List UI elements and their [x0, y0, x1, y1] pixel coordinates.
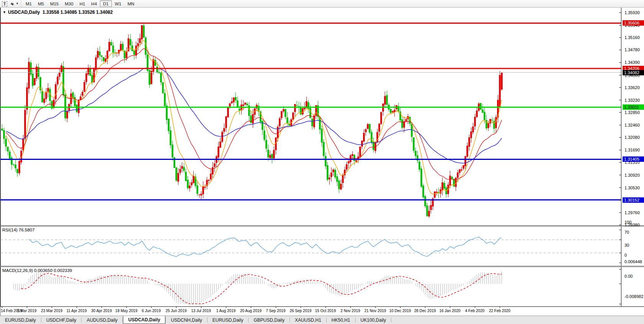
tab-separator: [391, 317, 391, 322]
date-label: 11 Apr 2019: [66, 309, 87, 313]
date-tick: [101, 307, 102, 308]
date-label: 28 Dec 2019: [414, 309, 436, 313]
date-axis[interactable]: 14 Feb 20195 Mar 201923 Mar 201911 Apr 2…: [0, 306, 644, 316]
rsi-indicator-pane[interactable]: RSI(14) 76.5807: [0, 226, 622, 266]
timeframe-button-m1[interactable]: M1: [23, 0, 35, 7]
date-tick: [2, 307, 2, 308]
macd-tick-label: 0.00: [624, 274, 633, 278]
date-label: 30 Apr 2019: [91, 309, 112, 313]
price-level-label: 1.35606: [623, 20, 644, 26]
text-tool-icon: T: [2, 1, 7, 7]
chart-symbol-period: USDCAD,Daily: [8, 10, 40, 15]
date-label: 25 Jun 2019: [165, 309, 186, 313]
price-level-label: 1.31405: [623, 156, 644, 162]
main-price-pane[interactable]: ▼USDCAD,Daily 1.33558 1.34085 1.33526 1.…: [0, 8, 622, 225]
date-label: 6 Jun 2019: [142, 309, 161, 313]
date-tick: [52, 307, 52, 308]
chart-tab-audusd[interactable]: AUDUSD,Daily: [82, 316, 123, 324]
top-toolbar: T ▼ M1M5M15M30H1H4D1W1MN: [0, 0, 644, 8]
timeframe-button-m5[interactable]: M5: [35, 0, 47, 7]
chart-tab-eurusd[interactable]: EURUSD,Daily: [0, 316, 41, 324]
timeframe-button-h4[interactable]: H4: [88, 0, 100, 7]
date-tick: [350, 307, 351, 308]
date-tick: [27, 307, 27, 308]
date-label: 16 Jan 2020: [439, 309, 460, 313]
date-tick: [450, 307, 450, 308]
arrows-tool-icon: [10, 1, 15, 7]
date-tick: [176, 307, 177, 308]
price-tick-label: 1.32850: [624, 110, 640, 115]
date-label: 22 Feb 2020: [489, 309, 510, 313]
price-tick-label: 1.35930: [624, 10, 640, 15]
macd-tick-label: 0.006448: [624, 259, 642, 264]
date-tick: [475, 307, 475, 308]
date-tick: [226, 307, 226, 308]
arrows-tool-button[interactable]: ▼: [10, 0, 19, 7]
rsi-tick-label: 0: [624, 253, 627, 257]
date-label: 13 Jul 2019: [191, 309, 211, 313]
rsi-label: RSI(14) 76.5807: [2, 228, 34, 232]
price-axis[interactable]: 1.359301.355401.351601.347801.343901.340…: [622, 8, 644, 323]
date-label: 21 Nov 2019: [364, 309, 386, 313]
date-tick: [201, 307, 201, 308]
date-tick: [126, 307, 127, 308]
price-tick-label: 1.33620: [624, 85, 640, 90]
date-label: 5 Mar 2019: [17, 309, 37, 313]
timeframe-button-m30[interactable]: M30: [62, 0, 76, 7]
macd-label: MACD(12,26,9) 0.003650 0.002339: [2, 268, 72, 273]
date-label: 2 Nov 2019: [340, 309, 360, 313]
chart-tab-usdchf[interactable]: USDCHF,Daily: [41, 316, 82, 324]
date-tick: [375, 307, 376, 308]
price-tick-label: 1.35160: [624, 35, 640, 40]
chart-tab-xauusd[interactable]: XAUUSD,H1: [290, 316, 326, 324]
date-tick: [301, 307, 301, 308]
toolbar-separator: [20, 1, 21, 7]
price-level-label: 1.34082: [623, 70, 644, 75]
chart-tab-eurusd[interactable]: EURUSD,Daily: [208, 316, 248, 324]
date-tick: [276, 307, 276, 308]
chart-tab-bar: EURUSD,DailyUSDCHF,DailyAUDUSD,DailyUSDC…: [0, 316, 644, 324]
price-tick-label: 1.32460: [624, 123, 640, 127]
date-label: 20 Aug 2019: [240, 309, 262, 313]
chart-title: ▼USDCAD,Daily 1.33558 1.34085 1.33526 1.…: [3, 10, 113, 15]
macd-tick-label: -0.008982: [624, 294, 644, 299]
timeframe-button-d1[interactable]: D1: [100, 0, 112, 7]
price-tick-label: 1.34780: [624, 47, 640, 52]
price-level-label: 1.33011: [623, 104, 644, 110]
timeframe-button-mn[interactable]: MN: [124, 0, 137, 7]
date-label: 15 Oct 2019: [315, 309, 336, 313]
chart-tab-usdcad[interactable]: USDCAD,Daily: [123, 316, 165, 324]
collapse-icon[interactable]: ▼: [3, 10, 6, 14]
date-label: 18 May 2019: [115, 309, 137, 313]
price-tick-label: 1.31690: [624, 148, 640, 152]
date-tick: [251, 307, 251, 308]
timeframe-button-h1[interactable]: H1: [77, 0, 88, 7]
chart-window: ▼USDCAD,Daily 1.33558 1.34085 1.33526 1.…: [0, 8, 644, 316]
timeframe-button-m15[interactable]: M15: [47, 0, 62, 7]
chart-tab-uk100[interactable]: UK100,Daily: [356, 316, 391, 324]
date-tick: [325, 307, 326, 308]
price-tick-label: 1.34390: [624, 60, 640, 65]
date-label: 10 Dec 2019: [389, 309, 411, 313]
timeframe-button-w1[interactable]: W1: [112, 0, 124, 7]
price-tick-label: 1.33230: [624, 98, 640, 103]
chart-tab-hk50[interactable]: HK50,H1: [327, 316, 355, 324]
date-label: 7 Sep 2019: [266, 309, 285, 313]
price-tick-label: 1.30920: [624, 173, 640, 177]
date-tick: [77, 307, 77, 308]
date-tick: [151, 307, 152, 308]
price-tick-label: 1.32080: [624, 135, 640, 140]
chart-tab-usdcnh[interactable]: USDCNH,Daily: [166, 316, 207, 324]
dropdown-caret-icon: ▼: [16, 2, 19, 5]
text-tool-button[interactable]: T: [0, 0, 9, 7]
date-tick: [425, 307, 425, 308]
price-tick-label: 1.29760: [624, 210, 640, 215]
chart-ohlc-values: 1.33558 1.34085 1.33526 1.34082: [42, 10, 113, 15]
macd-indicator-pane[interactable]: MACD(12,26,9) 0.003650 0.002339: [0, 267, 622, 306]
price-tick-label: 1.30530: [624, 186, 640, 190]
price-level-label: 1.30152: [623, 197, 644, 203]
chart-tab-gbpusd[interactable]: GBPUSD,Daily: [248, 316, 289, 324]
date-tick: [500, 307, 500, 308]
date-label: 4 Feb 2020: [465, 309, 485, 313]
date-label: 23 Mar 2019: [41, 309, 62, 313]
